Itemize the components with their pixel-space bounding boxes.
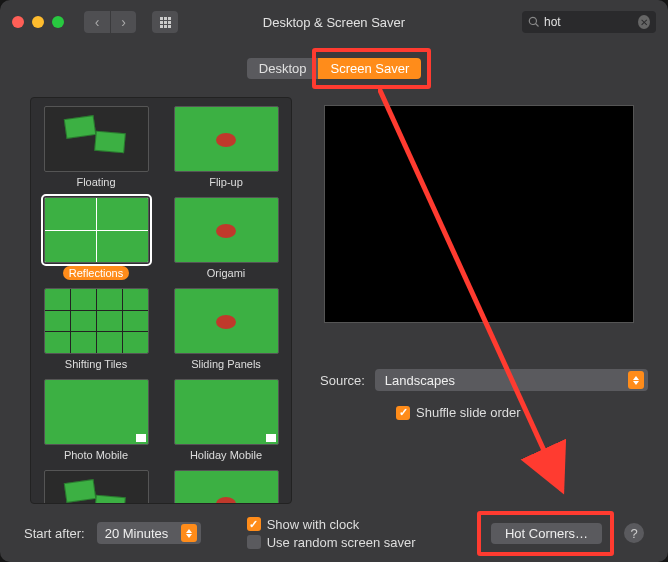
search-input[interactable]	[544, 15, 634, 29]
close-icon[interactable]	[12, 16, 24, 28]
screensaver-label: Floating	[70, 175, 121, 189]
zoom-icon[interactable]	[52, 16, 64, 28]
screensaver-vintage-prints[interactable]: Vintage Prints	[169, 470, 283, 504]
screensaver-reflections[interactable]: Reflections	[39, 197, 153, 280]
screensaver-shifting-tiles[interactable]: Shifting Tiles	[39, 288, 153, 371]
thumb-sliding	[174, 288, 279, 354]
thumb-reflections	[44, 197, 149, 263]
search-icon	[528, 16, 540, 28]
source-value: Landscapes	[385, 373, 455, 388]
screensaver-label: Reflections	[63, 266, 129, 280]
screensaver-label: Sliding Panels	[185, 357, 267, 371]
show-all-button[interactable]	[152, 11, 178, 33]
start-after-label: Start after:	[24, 526, 85, 541]
screensaver-label: Holiday Mobile	[184, 448, 268, 462]
screensaver-list[interactable]: Floating Flip-up Reflections Origami Shi…	[30, 97, 292, 504]
thumb-origami	[174, 197, 279, 263]
show-clock-label: Show with clock	[267, 517, 359, 532]
back-button[interactable]: ‹	[84, 11, 110, 33]
thumb-vintage	[174, 470, 279, 504]
nav-group: ‹ ›	[84, 11, 136, 33]
screensaver-label: Flip-up	[203, 175, 249, 189]
screensaver-preview	[324, 105, 634, 323]
thumb-photomobile	[44, 379, 149, 445]
thumb-floating	[44, 106, 149, 172]
search-field[interactable]: ✕	[522, 11, 656, 33]
preview-panel: Source: Landscapes Shuffle slide order	[310, 97, 648, 504]
start-after-dropdown[interactable]: 20 Minutes	[97, 522, 201, 544]
screensaver-floating[interactable]: Floating	[39, 106, 153, 189]
screensaver-sliding-panels[interactable]: Sliding Panels	[169, 288, 283, 371]
random-saver-label: Use random screen saver	[267, 535, 416, 550]
start-after-value: 20 Minutes	[105, 526, 169, 541]
tab-bar: Desktop Screen Saver	[0, 44, 668, 97]
chevron-updown-icon	[181, 524, 197, 542]
screensaver-label: Photo Mobile	[58, 448, 134, 462]
thumb-photowall	[44, 470, 149, 504]
shuffle-checkbox[interactable]	[396, 406, 410, 420]
help-button[interactable]: ?	[624, 523, 644, 543]
screensaver-photo-wall[interactable]: Photo Wall	[39, 470, 153, 504]
screensaver-origami[interactable]: Origami	[169, 197, 283, 280]
source-dropdown[interactable]: Landscapes	[375, 369, 648, 391]
thumb-flipup	[174, 106, 279, 172]
screensaver-label: Shifting Tiles	[59, 357, 133, 371]
screensaver-flipup[interactable]: Flip-up	[169, 106, 283, 189]
thumb-holidaymobile	[174, 379, 279, 445]
tab-desktop[interactable]: Desktop	[247, 58, 319, 79]
clear-search-icon[interactable]: ✕	[638, 15, 650, 29]
bottom-bar: Start after: 20 Minutes Show with clock …	[0, 504, 668, 562]
show-clock-checkbox[interactable]	[247, 517, 261, 531]
screensaver-holiday-mobile[interactable]: Holiday Mobile	[169, 379, 283, 462]
screensaver-label: Origami	[201, 266, 252, 280]
titlebar: ‹ › Desktop & Screen Saver ✕	[0, 0, 668, 44]
window-controls	[12, 16, 64, 28]
thumb-shifting	[44, 288, 149, 354]
forward-button[interactable]: ›	[110, 11, 136, 33]
source-label: Source:	[320, 373, 365, 388]
screensaver-photo-mobile[interactable]: Photo Mobile	[39, 379, 153, 462]
minimize-icon[interactable]	[32, 16, 44, 28]
hot-corners-button[interactable]: Hot Corners…	[491, 523, 602, 544]
grid-icon	[160, 17, 171, 28]
shuffle-label: Shuffle slide order	[416, 405, 521, 420]
chevron-updown-icon	[628, 371, 644, 389]
random-saver-checkbox[interactable]	[247, 535, 261, 549]
tab-screen-saver[interactable]: Screen Saver	[318, 58, 421, 79]
